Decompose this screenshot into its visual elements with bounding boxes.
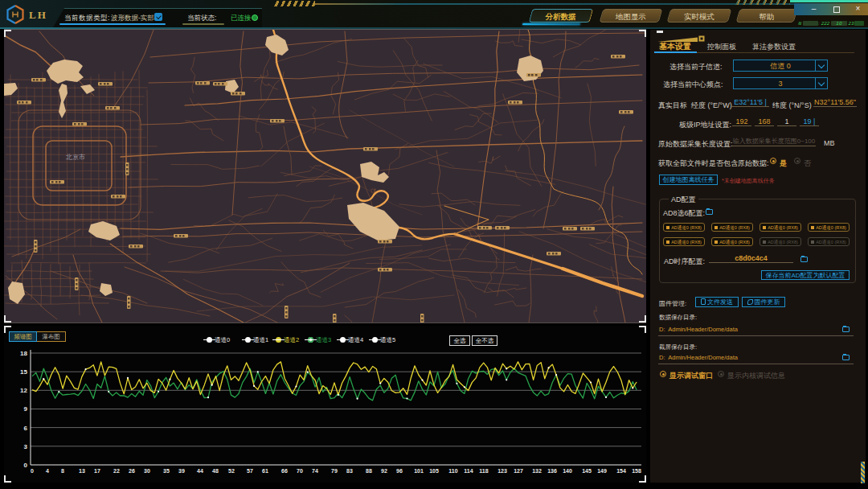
- svg-text:154: 154: [616, 468, 626, 474]
- svg-text:132: 132: [532, 468, 542, 474]
- svg-text:15: 15: [20, 368, 27, 376]
- svg-text:61: 61: [262, 468, 268, 474]
- svg-text:127: 127: [514, 468, 523, 474]
- svg-text:88: 88: [366, 468, 372, 474]
- svg-text:13: 13: [79, 468, 85, 474]
- svg-text:105: 105: [429, 468, 439, 474]
- svg-text:110: 110: [448, 468, 457, 474]
- svg-text:145: 145: [582, 468, 592, 474]
- svg-text:39: 39: [178, 468, 185, 474]
- svg-text:140: 140: [563, 468, 572, 474]
- svg-text:74: 74: [312, 468, 318, 474]
- svg-text:114: 114: [464, 468, 473, 474]
- svg-text:44: 44: [197, 468, 203, 474]
- svg-text:118: 118: [479, 468, 488, 474]
- svg-text:66: 66: [281, 468, 288, 474]
- svg-text:96: 96: [396, 468, 403, 474]
- svg-text:8: 8: [61, 468, 64, 474]
- svg-text:3: 3: [24, 443, 28, 450]
- svg-text:52: 52: [228, 468, 235, 474]
- svg-text:6: 6: [24, 425, 28, 432]
- svg-text:57: 57: [247, 468, 253, 474]
- svg-text:北京市: 北京市: [65, 154, 85, 161]
- svg-text:70: 70: [297, 468, 303, 474]
- svg-text:22: 22: [113, 468, 120, 474]
- svg-text:83: 83: [346, 468, 353, 474]
- svg-text:149: 149: [597, 468, 607, 474]
- svg-text:17: 17: [94, 468, 100, 474]
- svg-text:26: 26: [129, 468, 135, 474]
- svg-text:79: 79: [331, 468, 338, 474]
- svg-text:18: 18: [20, 350, 27, 357]
- svg-text:9: 9: [24, 405, 28, 413]
- svg-text:4: 4: [46, 468, 49, 474]
- svg-text:158: 158: [632, 468, 641, 474]
- svg-text:12: 12: [20, 387, 27, 394]
- svg-text:101: 101: [414, 468, 424, 474]
- svg-text:35: 35: [163, 468, 170, 474]
- svg-text:136: 136: [547, 468, 557, 474]
- svg-text:92: 92: [381, 468, 387, 474]
- svg-text:0: 0: [24, 462, 28, 469]
- svg-text:30: 30: [144, 468, 150, 474]
- svg-text:0: 0: [31, 468, 34, 474]
- svg-text:48: 48: [212, 468, 219, 474]
- svg-text:123: 123: [497, 468, 507, 474]
